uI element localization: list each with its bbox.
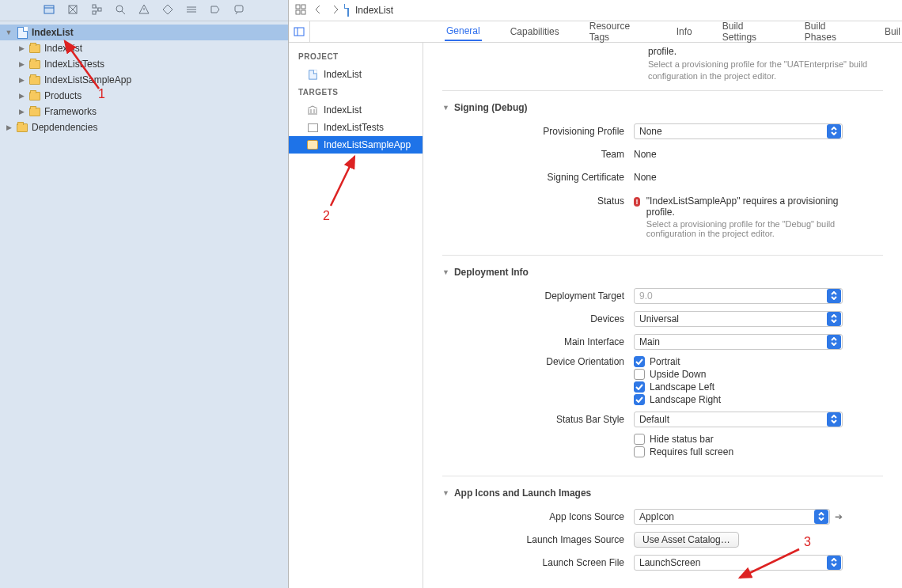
tree-folder[interactable]: ▶ Products bbox=[0, 88, 288, 104]
tree-folder[interactable]: ▶ Frameworks bbox=[0, 104, 288, 119]
orientation-landscape-left[interactable]: Landscape Left bbox=[634, 381, 843, 393]
symbol-navigator-icon[interactable] bbox=[90, 3, 103, 18]
checkbox-icon[interactable] bbox=[634, 369, 645, 380]
checkbox-icon[interactable] bbox=[634, 434, 645, 445]
label-status: Status bbox=[442, 195, 634, 207]
debug-navigator-icon[interactable] bbox=[185, 3, 198, 18]
app-icons-source-select[interactable]: AppIcon bbox=[634, 509, 830, 525]
label-status-bar-style: Status Bar Style bbox=[442, 414, 634, 425]
back-button[interactable] bbox=[313, 4, 324, 17]
crumb-title[interactable]: IndexList bbox=[355, 5, 393, 16]
tab-info[interactable]: Info bbox=[675, 23, 694, 40]
side-panel-toggle[interactable] bbox=[289, 21, 310, 43]
svg-rect-19 bbox=[301, 5, 305, 9]
folder-icon bbox=[28, 90, 41, 101]
source-control-icon[interactable] bbox=[66, 3, 79, 18]
label-launch-screen-file: Launch Screen File bbox=[442, 557, 634, 568]
app-target-icon bbox=[306, 139, 319, 150]
use-asset-catalog-button[interactable]: Use Asset Catalog… bbox=[634, 532, 739, 548]
tree-item-label: Depdendencies bbox=[32, 122, 97, 133]
checkbox-icon[interactable] bbox=[634, 446, 645, 457]
label-deployment-target: Deployment Target bbox=[442, 290, 634, 302]
folder-icon bbox=[28, 106, 41, 117]
project-item-label: IndexList bbox=[324, 69, 362, 80]
devices-select[interactable]: Universal bbox=[634, 311, 843, 327]
issue-navigator-icon[interactable] bbox=[138, 3, 150, 18]
disclosure-triangle-icon[interactable]: ▶ bbox=[17, 76, 25, 84]
tree-folder[interactable]: ▶ IndexListSampleApp bbox=[0, 72, 288, 88]
svg-rect-7 bbox=[98, 8, 101, 11]
svg-rect-0 bbox=[44, 6, 54, 13]
related-items-icon[interactable] bbox=[295, 4, 306, 17]
target-item-selected[interactable]: IndexListSampleApp bbox=[289, 136, 423, 154]
folder-icon bbox=[28, 59, 41, 70]
section-header[interactable]: ▼ Deployment Info bbox=[442, 267, 883, 278]
target-item[interactable]: IndexListTests bbox=[289, 119, 423, 136]
orientation-portrait[interactable]: Portrait bbox=[634, 356, 843, 367]
tree-folder[interactable]: ▶ IndexList bbox=[0, 40, 288, 56]
project-root-label: IndexList bbox=[32, 27, 74, 38]
tab-build-phases[interactable]: Build Phases bbox=[803, 17, 856, 46]
deployment-target-combo[interactable]: 9.0 bbox=[634, 288, 843, 304]
status-error: ! "IndexListSampleApp" requires a provis… bbox=[634, 195, 855, 238]
breakpoint-navigator-icon[interactable] bbox=[209, 3, 222, 18]
section-header[interactable]: ▼ App Icons and Launch Images bbox=[442, 487, 883, 499]
orientation-landscape-right[interactable]: Landscape Right bbox=[634, 394, 843, 405]
disclosure-triangle-icon[interactable]: ▼ bbox=[442, 489, 449, 497]
tab-build-rules[interactable]: Buil bbox=[883, 23, 902, 40]
tree-folder[interactable]: ▶ Depdendencies bbox=[0, 119, 288, 135]
project-icon bbox=[16, 27, 28, 38]
disclosure-triangle-icon[interactable]: ▶ bbox=[17, 60, 25, 68]
disclosure-triangle-icon[interactable]: ▶ bbox=[17, 108, 25, 116]
tab-general[interactable]: General bbox=[445, 22, 482, 41]
main-interface-combo[interactable]: Main bbox=[634, 334, 843, 350]
tab-capabilities[interactable]: Capabilities bbox=[509, 23, 561, 40]
svg-line-11 bbox=[122, 11, 125, 14]
targets-section-header: TARGETS bbox=[289, 83, 423, 101]
folder-icon bbox=[28, 43, 41, 54]
file-tree: ▼ IndexList ▶ IndexList ▶ IndexListTests… bbox=[0, 21, 288, 588]
checkbox-icon[interactable] bbox=[634, 381, 645, 393]
tab-build-settings[interactable]: Build Settings bbox=[721, 17, 776, 46]
tab-resource-tags[interactable]: Resource Tags bbox=[588, 17, 648, 46]
svg-rect-18 bbox=[296, 5, 300, 9]
checkbox-icon[interactable] bbox=[634, 394, 645, 405]
project-item[interactable]: IndexList bbox=[289, 66, 423, 83]
prior-status-fragment: profile. Select a provisioning profile f… bbox=[442, 43, 883, 91]
target-item-label: IndexListSampleApp bbox=[324, 139, 411, 150]
label-app-icons-source: App Icons Source bbox=[442, 511, 634, 522]
find-navigator-icon[interactable] bbox=[114, 3, 127, 18]
disclosure-triangle-icon[interactable]: ▶ bbox=[17, 44, 25, 52]
report-navigator-icon[interactable] bbox=[233, 3, 245, 18]
svg-rect-6 bbox=[93, 11, 96, 14]
disclosure-triangle-icon[interactable]: ▶ bbox=[5, 123, 13, 131]
status-bar-style-select[interactable]: Default bbox=[634, 412, 843, 427]
framework-icon bbox=[306, 104, 319, 116]
detail-pane[interactable]: profile. Select a provisioning profile f… bbox=[423, 43, 902, 588]
label-devices: Devices bbox=[442, 313, 634, 324]
project-tabs: General Capabilities Resource Tags Info … bbox=[445, 17, 902, 46]
launch-screen-file-combo[interactable]: LaunchScreen bbox=[634, 555, 843, 571]
go-to-asset-icon[interactable]: ➔ bbox=[835, 511, 843, 522]
svg-rect-22 bbox=[294, 28, 304, 36]
forward-button[interactable] bbox=[330, 4, 341, 17]
tree-item-label: IndexListTests bbox=[44, 59, 104, 70]
target-item[interactable]: IndexList bbox=[289, 101, 423, 119]
project-root[interactable]: ▼ IndexList bbox=[0, 25, 288, 40]
orientation-upside-down[interactable]: Upside Down bbox=[634, 369, 843, 380]
tree-folder[interactable]: ▶ IndexListTests bbox=[0, 56, 288, 72]
provisioning-profile-select[interactable]: None bbox=[634, 123, 843, 139]
test-navigator-icon[interactable] bbox=[161, 3, 174, 18]
navigator-toolbar bbox=[0, 0, 288, 21]
checkbox-icon[interactable] bbox=[634, 356, 645, 367]
disclosure-triangle-icon[interactable]: ▼ bbox=[5, 28, 13, 36]
disclosure-triangle-icon[interactable]: ▼ bbox=[442, 268, 449, 276]
requires-full-screen-checkbox[interactable]: Requires full screen bbox=[634, 446, 843, 457]
target-item-label: IndexList bbox=[324, 104, 362, 116]
project-navigator: ▼ IndexList ▶ IndexList ▶ IndexListTests… bbox=[0, 0, 289, 588]
disclosure-triangle-icon[interactable]: ▶ bbox=[17, 92, 25, 100]
hide-status-bar-checkbox[interactable]: Hide status bar bbox=[634, 434, 843, 445]
disclosure-triangle-icon[interactable]: ▼ bbox=[442, 104, 449, 112]
section-header[interactable]: ▼ Signing (Debug) bbox=[442, 102, 883, 113]
files-navigator-icon[interactable] bbox=[43, 3, 55, 18]
